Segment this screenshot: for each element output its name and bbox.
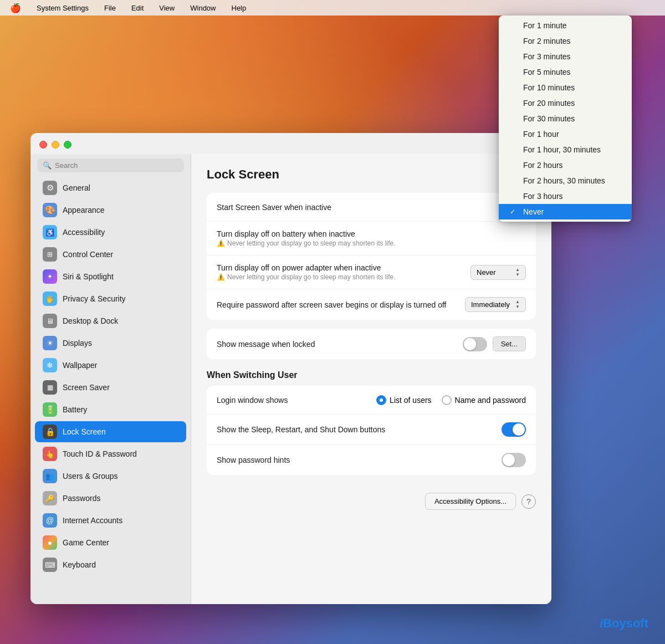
watermark-text: Boysoft [603, 616, 648, 630]
dropdown-item-5min[interactable]: For 5 minutes [499, 64, 632, 80]
sidebar-item-wallpaper[interactable]: ❄ Wallpaper [35, 355, 186, 376]
require-password-stepper[interactable]: Immediately ▲ ▼ [465, 297, 526, 312]
sidebar-item-control-center[interactable]: ⊞ Control Center [35, 244, 186, 265]
sidebar-label-accessibility: Accessibility [63, 228, 105, 237]
radio-list-users[interactable]: List of users [376, 395, 431, 405]
sidebar-label-control-center: Control Center [63, 250, 113, 259]
toggle-knob [464, 338, 476, 350]
general-icon: ⚙ [43, 181, 57, 195]
switching-user-card: Login window shows List of users Name an… [207, 386, 536, 475]
dropdown-item-never[interactable]: ✓ Never [499, 204, 632, 219]
watermark: iBoysoft [600, 616, 648, 631]
search-box[interactable]: 🔍 [37, 159, 184, 172]
show-message-card: Show message when locked Set... [207, 329, 536, 359]
minimize-button[interactable] [52, 141, 59, 149]
dropdown-item-2hr30[interactable]: For 2 hours, 30 minutes [499, 173, 632, 188]
battery-inactive-label: Turn display off on battery when inactiv… [217, 229, 395, 238]
dropdown-item-2hr[interactable]: For 2 hours [499, 157, 632, 173]
switching-user-title: When Switching User [207, 370, 536, 380]
touchid-icon: 👆 [43, 447, 57, 461]
req-stepper-arrows: ▲ ▼ [515, 300, 520, 309]
control-center-icon: ⊞ [43, 247, 57, 262]
password-hints-knob [503, 454, 515, 466]
dropdown-item-1hr[interactable]: For 1 hour [499, 126, 632, 142]
sidebar-item-desktop[interactable]: 🖥 Desktop & Dock [35, 310, 186, 331]
sidebar-item-lockscreen[interactable]: 🔒 Lock Screen [35, 421, 186, 442]
lockscreen-icon: 🔒 [43, 425, 57, 439]
menu-view[interactable]: View [156, 3, 178, 13]
siri-icon: ✦ [43, 269, 57, 284]
dropdown-item-30min[interactable]: For 30 minutes [499, 111, 632, 126]
wallpaper-icon: ❄ [43, 358, 57, 372]
sleep-restart-toggle[interactable] [502, 422, 526, 437]
sidebar-item-general[interactable]: ⚙ General [35, 177, 186, 198]
dropdown-item-3hr[interactable]: For 3 hours [499, 188, 632, 204]
show-message-label: Show message when locked [217, 340, 463, 349]
sidebar-label-wallpaper: Wallpaper [63, 361, 98, 370]
display-settings-card: Start Screen Saver when inactive Turn di… [207, 193, 536, 320]
system-settings-window: 🔍 ⚙ General 🎨 Appearance ♿ Accessibility… [30, 133, 551, 604]
accessibility-options-button[interactable]: Accessibility Options... [425, 493, 516, 510]
login-window-radio-group: List of users Name and password [376, 395, 526, 405]
show-message-row: Show message when locked Set... [207, 329, 536, 359]
sidebar-label-passwords: Passwords [63, 494, 100, 503]
sidebar-item-internet[interactable]: @ Internet Accounts [35, 510, 186, 531]
password-hints-label: Show password hints [217, 456, 502, 464]
sleep-restart-row: Show the Sleep, Restart, and Shut Down b… [207, 415, 536, 445]
require-password-label: Require password after screen saver begi… [217, 300, 465, 309]
sidebar-item-keyboard[interactable]: ⌨ Keyboard [35, 554, 186, 575]
dropdown-item-1hr30[interactable]: For 1 hour, 30 minutes [499, 142, 632, 157]
keyboard-icon: ⌨ [43, 558, 57, 572]
password-hints-toggle[interactable] [502, 453, 526, 467]
sidebar-item-touchid[interactable]: 👆 Touch ID & Password [35, 443, 186, 464]
set-button[interactable]: Set... [493, 336, 526, 351]
sidebar-item-siri[interactable]: ✦ Siri & Spotlight [35, 266, 186, 287]
appearance-icon: 🎨 [43, 203, 57, 217]
sidebar-item-displays[interactable]: ☀ Displays [35, 333, 186, 354]
close-button[interactable] [39, 141, 47, 149]
dropdown-item-20min[interactable]: For 20 minutes [499, 95, 632, 111]
sidebar-item-privacy[interactable]: 🖐 Privacy & Security [35, 288, 186, 309]
menu-file[interactable]: File [101, 3, 119, 13]
show-message-toggle[interactable] [463, 337, 487, 351]
time-dropdown: For 1 minute For 2 minutes For 3 minutes… [499, 16, 632, 222]
sidebar-item-appearance[interactable]: 🎨 Appearance [35, 200, 186, 221]
checkmark-never: ✓ [510, 208, 519, 216]
sidebar-label-general: General [63, 183, 90, 192]
power-adapter-row: Turn display off on power adapter when i… [207, 255, 536, 289]
menu-edit[interactable]: Edit [128, 3, 147, 13]
sidebar-item-passwords[interactable]: 🔑 Passwords [35, 488, 186, 509]
apple-menu[interactable]: 🍎 [7, 2, 24, 14]
dropdown-item-2min[interactable]: For 2 minutes [499, 33, 632, 49]
sidebar-label-keyboard: Keyboard [63, 560, 96, 569]
sidebar-label-gamecenter: Game Center [63, 538, 109, 547]
sidebar-item-accessibility[interactable]: ♿ Accessibility [35, 222, 186, 243]
passwords-icon: 🔑 [43, 491, 57, 505]
power-adapter-label: Turn display off on power adapter when i… [217, 263, 395, 272]
menu-system-settings[interactable]: System Settings [33, 3, 92, 13]
sleep-restart-knob [513, 423, 525, 436]
sidebar-item-gamecenter[interactable]: ● Game Center [35, 532, 186, 553]
radio-name-password[interactable]: Name and password [442, 395, 526, 405]
login-window-row: Login window shows List of users Name an… [207, 386, 536, 415]
power-adapter-warning: ⚠️ Never letting your display go to slee… [217, 273, 395, 281]
sidebar-item-battery[interactable]: 🔋 Battery [35, 399, 186, 420]
dropdown-item-1min[interactable]: For 1 minute [499, 18, 632, 33]
traffic-lights [39, 141, 71, 149]
maximize-button[interactable] [64, 141, 71, 149]
search-input[interactable] [55, 161, 178, 170]
sidebar-item-users[interactable]: 👥 Users & Groups [35, 466, 186, 487]
sidebar-label-lockscreen: Lock Screen [63, 427, 106, 436]
help-button[interactable]: ? [521, 494, 536, 509]
warning-icon: ⚠️ [217, 239, 225, 247]
menu-window[interactable]: Window [187, 3, 219, 13]
dropdown-item-3min[interactable]: For 3 minutes [499, 49, 632, 64]
power-adapter-stepper[interactable]: Never ▲ ▼ [470, 265, 526, 280]
users-icon: 👥 [43, 469, 57, 483]
sidebar-item-screensaver[interactable]: ▦ Screen Saver [35, 377, 186, 398]
menu-help[interactable]: Help [228, 3, 250, 13]
arrow-up: ▲ [515, 268, 520, 272]
power-warning-icon: ⚠️ [217, 273, 225, 281]
screen-saver-label: Start Screen Saver when inactive [217, 203, 526, 212]
dropdown-item-10min[interactable]: For 10 minutes [499, 80, 632, 95]
